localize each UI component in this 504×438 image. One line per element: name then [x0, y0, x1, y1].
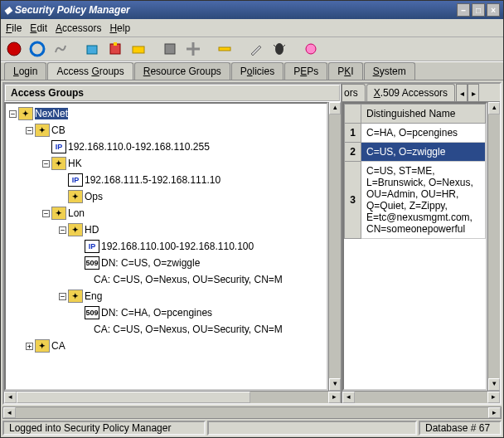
tab-policies[interactable]: Policies [231, 62, 284, 80]
toolbar-icon-10[interactable] [246, 39, 266, 59]
toolbar-icon-11[interactable] [269, 39, 289, 59]
right-tabs: ors X.509 Accessors ◂ ▸ [342, 84, 500, 102]
table-row: 2C=US, O=zwiggle [345, 143, 486, 162]
toolbar-icon-8[interactable] [183, 39, 203, 59]
menu-file[interactable]: File [6, 22, 22, 34]
right-vscrollbar[interactable]: ▴▾ [487, 102, 500, 391]
toolbar [1, 37, 503, 62]
tab-access-groups[interactable]: Access Groups [47, 62, 133, 80]
tab-nav-left[interactable]: ◂ [456, 84, 468, 101]
left-vscrollbar[interactable]: ▴▾ [328, 102, 341, 391]
tree-node-cb[interactable]: CB [51, 124, 65, 136]
x509-icon: 509 [85, 306, 99, 319]
svg-rect-7 [219, 47, 230, 51]
expander-icon[interactable]: − [42, 160, 50, 168]
app-icon: ◆ [4, 4, 12, 16]
tree-node-ops[interactable]: Ops [85, 191, 103, 202]
left-hscrollbar[interactable]: ◂▸ [4, 391, 341, 403]
org-icon: ✦ [18, 107, 33, 120]
menu-help[interactable]: Help [109, 22, 130, 34]
toolbar-icon-1[interactable] [4, 39, 24, 59]
right-pane: ors X.509 Accessors ◂ ▸ Distinguished Na… [342, 84, 500, 403]
tab-resource-groups[interactable]: Resource Groups [134, 62, 230, 80]
tree-node-nexnet[interactable]: NexNet [35, 108, 68, 119]
tab-accessors-partial[interactable]: ors [342, 84, 366, 101]
toolbar-icon-6[interactable] [128, 39, 148, 59]
org-icon: ✦ [35, 124, 50, 137]
tree-node-hk-ip[interactable]: 192.168.111.5-192.168.111.10 [85, 174, 220, 186]
tab-nav-right[interactable]: ▸ [468, 84, 479, 101]
tree-node-ca[interactable]: CA [51, 340, 65, 352]
svg-rect-6 [165, 44, 175, 54]
tree-node-hd[interactable]: HD [85, 224, 99, 236]
expander-icon[interactable]: − [26, 127, 33, 134]
tree-node-hk[interactable]: HK [68, 158, 82, 169]
org-icon: ✦ [68, 190, 83, 203]
left-pane: Access Groups −✦NexNet −✦CB IP192.168.11… [4, 84, 342, 403]
svg-point-0 [7, 42, 21, 56]
tree-node-hd-ip[interactable]: 192.168.110.100-192.168.110.100 [101, 241, 254, 252]
menu-accessors[interactable]: Accessors [56, 22, 101, 34]
toolbar-icon-5[interactable] [105, 39, 125, 59]
tab-login[interactable]: Login [4, 62, 46, 80]
org-icon: ✦ [35, 339, 50, 353]
expander-icon[interactable]: − [9, 110, 17, 118]
svg-point-8 [275, 43, 284, 55]
access-groups-tree[interactable]: −✦NexNet −✦CB IP192.168.110.0-192.168.11… [4, 102, 328, 391]
ip-icon: IP [85, 240, 99, 253]
svg-line-10 [283, 45, 285, 47]
tree-node-eng[interactable]: Eng [85, 290, 102, 302]
table-row: 1C=HA, O=pcengines [345, 124, 486, 143]
svg-rect-2 [87, 46, 97, 54]
panel-header: Access Groups [4, 84, 341, 102]
svg-rect-4 [114, 42, 117, 46]
col-header-num[interactable] [345, 105, 361, 124]
dn-table[interactable]: Distinguished Name 1C=HA, O=pcengines 2C… [342, 102, 487, 391]
tree-node-hd-ca[interactable]: CA: C=US, O=Nexus, OU=Security, CN=M [94, 274, 283, 285]
titlebar: ◆ Security Policy Manager – □ × [1, 1, 503, 19]
org-icon: ✦ [68, 290, 83, 303]
status-database: Database # 67 [419, 421, 502, 436]
svg-line-9 [274, 45, 276, 47]
toolbar-icon-12[interactable] [301, 39, 321, 59]
status-message: Logged into Security Policy Manager [2, 421, 206, 436]
org-icon: ✦ [68, 223, 83, 236]
tab-pki[interactable]: PKI [328, 62, 362, 80]
tab-system[interactable]: System [364, 62, 415, 80]
toolbar-icon-9[interactable] [215, 39, 235, 59]
svg-point-1 [31, 42, 44, 56]
maximize-button[interactable]: □ [472, 3, 485, 17]
toolbar-icon-3[interactable] [51, 39, 70, 59]
expander-icon[interactable]: − [42, 210, 50, 217]
tree-node-cb-ip[interactable]: 192.168.110.0-192.168.110.255 [68, 141, 210, 153]
expander-icon[interactable]: − [59, 226, 66, 234]
ip-icon: IP [68, 173, 83, 187]
expander-icon[interactable]: + [26, 343, 33, 350]
toolbar-icon-2[interactable] [27, 39, 47, 59]
table-row: 3C=US, ST=ME, L=Brunswick, O=Nexus, OU=A… [345, 162, 486, 239]
svg-rect-5 [133, 46, 144, 53]
statusbar: Logged into Security Policy Manager Data… [1, 419, 503, 437]
window-title: Security Policy Manager [15, 4, 130, 16]
toolbar-icon-7[interactable] [160, 39, 180, 59]
right-hscrollbar[interactable]: ◂▸ [342, 391, 500, 403]
bottom-scrollbar[interactable]: ◂▸ [2, 406, 502, 419]
col-header-dn[interactable]: Distinguished Name [361, 105, 486, 124]
tree-node-eng-ca[interactable]: CA: C=US, O=Nexus, OU=Security, CN=M [94, 324, 283, 335]
expander-icon[interactable]: − [59, 293, 66, 300]
ip-icon: IP [51, 140, 66, 153]
menu-edit[interactable]: Edit [30, 22, 47, 34]
tree-node-hd-dn[interactable]: DN: C=US, O=zwiggle [101, 257, 200, 269]
toolbar-icon-4[interactable] [82, 39, 102, 59]
minimize-button[interactable]: – [457, 3, 470, 17]
tab-peps[interactable]: PEPs [284, 62, 327, 80]
main-tabs: Login Access Groups Resource Groups Poli… [1, 62, 503, 80]
status-middle [207, 421, 417, 436]
tree-node-lon[interactable]: Lon [68, 207, 85, 219]
menubar: File Edit Accessors Help [1, 19, 503, 37]
tree-node-eng-dn[interactable]: DN: C=HA, O=pcengines [101, 307, 212, 319]
svg-point-11 [306, 44, 316, 54]
x509-icon: 509 [85, 256, 99, 270]
tab-x509-accessors[interactable]: X.509 Accessors [366, 84, 455, 101]
close-button[interactable]: × [487, 3, 500, 17]
